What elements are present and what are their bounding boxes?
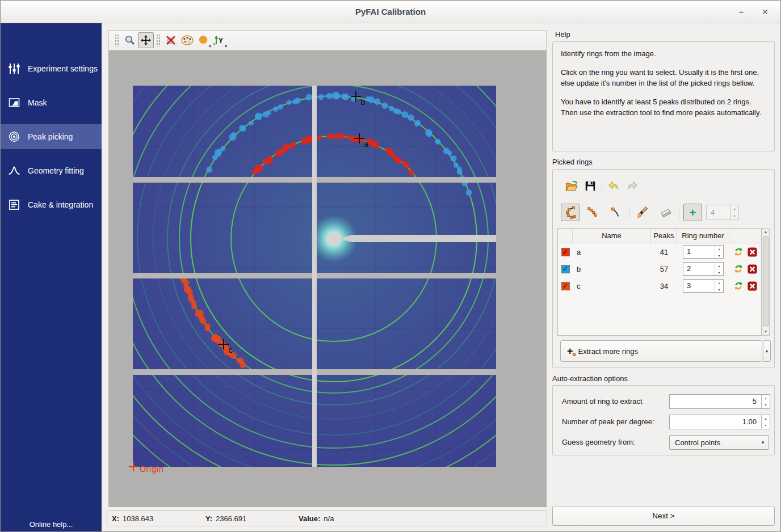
toolbar-grip[interactable] bbox=[115, 34, 120, 47]
rings-icon bbox=[8, 130, 20, 143]
extract-options-dropdown[interactable]: ▾ bbox=[763, 340, 771, 362]
scroll-down-icon[interactable]: ▼ bbox=[762, 328, 769, 335]
spin-up-icon[interactable]: ▴ bbox=[762, 395, 770, 402]
undo-button[interactable] bbox=[606, 179, 621, 193]
col-header-peaks: Peaks bbox=[651, 229, 677, 243]
sidebar-item-geometry-fitting[interactable]: Geometry fitting bbox=[1, 158, 102, 183]
refresh-ring-button[interactable] bbox=[733, 247, 744, 257]
ring-name: b bbox=[573, 265, 651, 273]
table-scrollbar[interactable]: ▲ ▼ bbox=[762, 228, 770, 336]
picked-rings-table: Name Peaks Ring number ✓ a 41 1 ▴▾ bbox=[557, 228, 762, 336]
sliders-icon bbox=[8, 62, 20, 75]
col-header-ring-number: Ring number bbox=[677, 229, 729, 243]
colormap-button[interactable] bbox=[179, 32, 195, 48]
mask-overlay-button[interactable]: ▾ bbox=[195, 32, 211, 48]
ring-visible-checkbox[interactable]: ✓ bbox=[561, 248, 570, 256]
diffraction-plot[interactable]: abcOrigin bbox=[108, 50, 547, 507]
sidebar-item-experiment-settings[interactable]: Experiment settings bbox=[1, 56, 102, 81]
clear-markers-button[interactable] bbox=[163, 32, 179, 48]
ring-tool-icon bbox=[564, 206, 577, 219]
ring-number-spinbox[interactable]: 2 ▴▾ bbox=[683, 262, 724, 276]
delete-ring-button[interactable] bbox=[748, 264, 757, 274]
spin-down-icon[interactable]: ▾ bbox=[730, 213, 738, 220]
y-axis-orientation-button[interactable]: Y 0 ▾ bbox=[211, 32, 227, 48]
pan-tool-button[interactable] bbox=[138, 32, 154, 48]
spin-down-icon[interactable]: ▾ bbox=[762, 402, 770, 408]
table-row[interactable]: ✓ a 41 1 ▴▾ bbox=[558, 243, 761, 260]
refresh-ring-button[interactable] bbox=[733, 281, 744, 291]
delete-ring-button[interactable] bbox=[748, 247, 757, 257]
online-help-link[interactable]: Online help... bbox=[1, 520, 102, 529]
delete-ring-button[interactable] bbox=[748, 281, 757, 291]
ring-selection-tool-button[interactable] bbox=[561, 204, 580, 221]
sidebar-item-cake-integration[interactable]: Cake & integration bbox=[1, 192, 102, 217]
spin-down-icon[interactable]: ▾ bbox=[715, 252, 723, 259]
titlebar[interactable]: PyFAI Calibration – ✕ bbox=[1, 1, 780, 23]
ring-number-spinbox[interactable]: 3 ▴▾ bbox=[683, 279, 724, 293]
window-title: PyFAI Calibration bbox=[1, 1, 780, 23]
ring-amount-spinbox[interactable]: 5 ▴▾ bbox=[669, 394, 770, 409]
spin-up-icon[interactable]: ▴ bbox=[715, 263, 723, 269]
col-header-name: Name bbox=[573, 229, 651, 243]
rings-edit-toolbar: + 4 ▴ ▾ bbox=[561, 204, 739, 221]
minimize-button[interactable]: – bbox=[732, 1, 751, 23]
status-value: Value:n/a bbox=[299, 514, 334, 523]
ring-visible-checkbox[interactable]: ✓ bbox=[561, 282, 570, 290]
spin-down-icon[interactable]: ▾ bbox=[715, 269, 723, 276]
ring-name: c bbox=[573, 282, 651, 290]
eraser-tool-button[interactable] bbox=[656, 204, 675, 221]
close-button[interactable]: ✕ bbox=[755, 1, 775, 23]
help-paragraph: Click on the ring you want to select. Us… bbox=[561, 67, 766, 89]
ring-peaks-count: 41 bbox=[651, 248, 677, 256]
chevron-down-icon: ▾ bbox=[225, 44, 227, 49]
redo-arrow-icon bbox=[625, 179, 639, 193]
next-button[interactable]: Next > bbox=[552, 506, 775, 526]
help-paragraph: Identify rings from the image. bbox=[561, 48, 766, 60]
sidebar-item-label: Mask bbox=[28, 98, 47, 107]
ring-visible-checkbox[interactable]: ✓ bbox=[561, 265, 570, 273]
spin-up-icon[interactable]: ▴ bbox=[730, 205, 738, 213]
brush-tool-button[interactable] bbox=[633, 204, 652, 221]
zoom-tool-button[interactable] bbox=[122, 32, 138, 48]
toolbar-grip[interactable] bbox=[156, 34, 161, 47]
extract-more-rings-button[interactable]: + Extract more rings bbox=[560, 340, 762, 362]
plot-canvas[interactable]: abcOrigin bbox=[108, 50, 547, 507]
sidebar-item-mask[interactable]: Mask bbox=[1, 90, 102, 115]
arc-tool-icon bbox=[586, 206, 600, 219]
picked-rings-group-label: Picked rings bbox=[552, 158, 593, 166]
save-button[interactable] bbox=[583, 179, 598, 193]
point-selection-tool-button[interactable] bbox=[606, 204, 625, 221]
ring-count-spinbox[interactable]: 4 ▴ ▾ bbox=[706, 205, 739, 220]
add-ring-button[interactable]: + bbox=[683, 204, 702, 221]
move-icon bbox=[140, 35, 152, 46]
arc-selection-tool-button[interactable] bbox=[583, 204, 602, 221]
ring-peaks-count: 57 bbox=[651, 265, 677, 273]
status-x: X:1038.643 bbox=[112, 514, 205, 523]
refresh-ring-button[interactable] bbox=[733, 264, 744, 274]
scroll-up-icon[interactable]: ▲ bbox=[762, 229, 769, 235]
table-row[interactable]: ✓ c 34 3 ▴▾ bbox=[558, 277, 761, 294]
open-button[interactable] bbox=[564, 179, 579, 193]
peaks-per-degree-spinbox[interactable]: 1.00 ▴▾ bbox=[669, 415, 770, 429]
ring-number-spinbox[interactable]: 1 ▴▾ bbox=[683, 245, 724, 259]
spin-up-icon[interactable]: ▴ bbox=[715, 280, 723, 286]
status-y: Y:2366.691 bbox=[205, 514, 299, 523]
spin-up-icon[interactable]: ▴ bbox=[762, 415, 770, 422]
guess-geometry-combobox[interactable]: Control points ▾ bbox=[669, 435, 769, 450]
redo-button[interactable] bbox=[625, 179, 640, 193]
spin-up-icon[interactable]: ▴ bbox=[715, 246, 723, 252]
spin-down-icon[interactable]: ▾ bbox=[762, 422, 770, 429]
open-folder-icon bbox=[565, 179, 578, 193]
scrollbar-thumb[interactable] bbox=[763, 237, 769, 326]
sidebar-item-label: Peak picking bbox=[28, 132, 73, 141]
sidebar-item-peak-picking[interactable]: Peak picking bbox=[1, 124, 102, 149]
separator bbox=[629, 206, 629, 219]
table-row[interactable]: ✓ b 57 2 ▴▾ bbox=[558, 260, 761, 277]
spin-down-icon[interactable]: ▾ bbox=[715, 286, 723, 293]
magnifier-icon bbox=[124, 35, 136, 46]
mask-icon bbox=[8, 96, 20, 109]
separator bbox=[679, 206, 679, 219]
sidebar-item-label: Experiment settings bbox=[28, 64, 98, 73]
pyfai-window: PyFAI Calibration – ✕ Experiment setting… bbox=[0, 0, 781, 532]
document-icon bbox=[8, 199, 20, 211]
